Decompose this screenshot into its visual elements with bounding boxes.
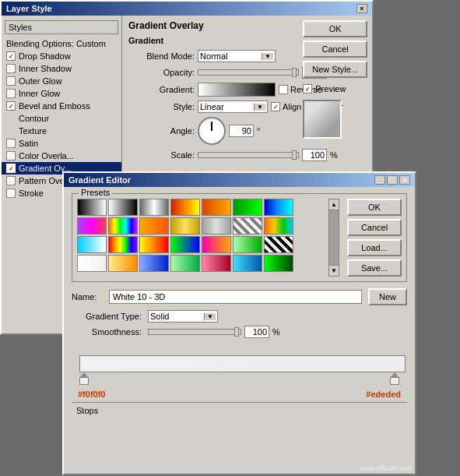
name-input[interactable] [109, 290, 362, 304]
preset-2[interactable] [108, 199, 138, 216]
angle-input[interactable] [229, 125, 254, 137]
inner-glow-checkbox[interactable] [6, 89, 16, 98]
preset-3[interactable] [139, 199, 169, 216]
presets-area: ▲ ▼ OK Cancel Load... Save... [77, 199, 402, 277]
preset-15[interactable] [77, 236, 107, 253]
ge-minimize-button[interactable]: _ [374, 175, 385, 185]
gradient-type-select[interactable]: Solid ▼ [148, 310, 218, 323]
left-stop-indicator[interactable] [79, 372, 89, 385]
preset-25[interactable] [170, 255, 200, 272]
preset-16[interactable] [108, 236, 138, 253]
sidebar-item-blending-options[interactable]: Blending Options: Custom [2, 37, 121, 50]
ge-load-button[interactable]: Load... [347, 239, 402, 256]
preset-10[interactable] [139, 217, 169, 234]
new-style-button[interactable]: New Style... [303, 61, 367, 78]
outer-glow-checkbox[interactable] [6, 76, 16, 86]
smoothness-controls: % [148, 326, 280, 338]
pattern-overlay-checkbox[interactable] [6, 176, 16, 185]
name-label: Name: [72, 292, 103, 301]
preview-checkbox[interactable] [303, 84, 312, 93]
preset-20[interactable] [233, 236, 262, 253]
layer-style-title: Layer Style [6, 4, 52, 13]
gradient-editor-right-buttons: OK Cancel Load... Save... [347, 199, 402, 277]
sidebar-item-color-overlay[interactable]: Color Overla... [2, 150, 121, 162]
ge-cancel-button[interactable]: Cancel [347, 219, 402, 236]
preset-14[interactable] [264, 217, 293, 234]
preset-8[interactable] [77, 217, 107, 234]
scroll-down-button[interactable]: ▼ [329, 265, 339, 276]
sidebar-item-satin[interactable]: Satin [2, 137, 121, 150]
hex-labels-row: #f0f0f0 #ededed [72, 388, 407, 400]
gradient-bar[interactable] [79, 355, 406, 372]
right-stop-indicator[interactable] [390, 372, 399, 385]
align-layer-checkbox[interactable] [271, 102, 280, 111]
gradient-editor-title-buttons: _ □ × [374, 175, 410, 185]
presets-group: Presets [72, 193, 407, 282]
preset-17[interactable] [139, 236, 169, 253]
preset-24[interactable] [139, 255, 169, 272]
color-overlay-checkbox[interactable] [6, 151, 16, 160]
scale-thumb[interactable] [292, 150, 297, 160]
stroke-checkbox[interactable] [6, 189, 16, 198]
sidebar-item-inner-glow[interactable]: Inner Glow [2, 87, 121, 100]
satin-checkbox[interactable] [6, 139, 16, 148]
sidebar-styles-header: Styles [5, 20, 118, 34]
scale-slider[interactable] [198, 152, 299, 158]
preset-19[interactable] [202, 236, 231, 253]
gradient-bar-area [72, 344, 407, 385]
inner-shadow-checkbox[interactable] [6, 64, 16, 73]
preset-28[interactable] [264, 255, 293, 272]
reverse-checkbox[interactable] [279, 85, 288, 94]
preset-18[interactable] [170, 236, 200, 253]
smoothness-thumb[interactable] [234, 327, 239, 337]
sidebar-item-texture[interactable]: Texture [2, 125, 121, 137]
preset-4[interactable] [170, 199, 200, 216]
cancel-button[interactable]: Cancel [303, 41, 367, 58]
preset-5[interactable] [202, 199, 231, 216]
ge-save-button[interactable]: Save... [347, 259, 402, 277]
scale-input[interactable] [302, 149, 327, 161]
sidebar-item-inner-shadow[interactable]: Inner Shadow [2, 62, 121, 75]
style-select[interactable]: Linear ▼ [198, 100, 268, 113]
ok-button[interactable]: OK [303, 20, 367, 37]
ge-ok-button[interactable]: OK [347, 199, 402, 216]
preset-13[interactable] [233, 217, 262, 234]
preset-9[interactable] [108, 217, 138, 234]
preset-21[interactable] [264, 236, 293, 253]
ge-close-button[interactable]: × [399, 175, 410, 185]
ge-maximize-button[interactable]: □ [387, 175, 398, 185]
gradient-type-row: Gradient Type: Solid ▼ [72, 310, 407, 323]
scroll-up-button[interactable]: ▲ [329, 199, 339, 210]
smoothness-slider[interactable] [148, 329, 241, 335]
preset-7[interactable] [264, 199, 293, 216]
preset-26[interactable] [202, 255, 231, 272]
preset-1[interactable] [77, 199, 107, 216]
gradient-overlay-checkbox[interactable] [6, 164, 16, 173]
presets-scrollbar: ▲ ▼ [328, 199, 339, 277]
bevel-emboss-checkbox[interactable] [6, 101, 16, 111]
opacity-slider[interactable] [198, 69, 299, 76]
preset-27[interactable] [233, 255, 262, 272]
smoothness-input[interactable] [244, 326, 269, 338]
preset-23[interactable] [108, 255, 138, 272]
preset-6[interactable] [233, 199, 262, 216]
layer-style-close-button[interactable]: × [356, 4, 367, 13]
presets-grid [77, 199, 324, 272]
sidebar-item-contour[interactable]: Contour [2, 112, 121, 125]
sidebar-item-outer-glow[interactable]: Outer Glow [2, 75, 121, 87]
angle-dial[interactable] [198, 117, 226, 145]
preset-22[interactable] [77, 255, 107, 272]
opacity-thumb[interactable] [292, 68, 297, 77]
preset-12[interactable] [202, 217, 231, 234]
preset-11[interactable] [170, 217, 200, 234]
stops-label: Stops [76, 406, 98, 415]
sidebar-item-bevel-emboss[interactable]: Bevel and Emboss [2, 100, 121, 112]
blend-mode-select[interactable]: Normal ▼ [198, 50, 276, 62]
gradient-editor-body: Presets [64, 187, 415, 421]
blend-mode-arrow: ▼ [262, 53, 273, 60]
new-gradient-button[interactable]: New [368, 288, 407, 305]
sidebar-item-drop-shadow[interactable]: Drop Shadow [2, 50, 121, 62]
drop-shadow-checkbox[interactable] [6, 51, 16, 61]
gradient-preview[interactable] [198, 83, 276, 97]
gradient-editor-title-bar: Gradient Editor _ □ × [64, 173, 415, 187]
